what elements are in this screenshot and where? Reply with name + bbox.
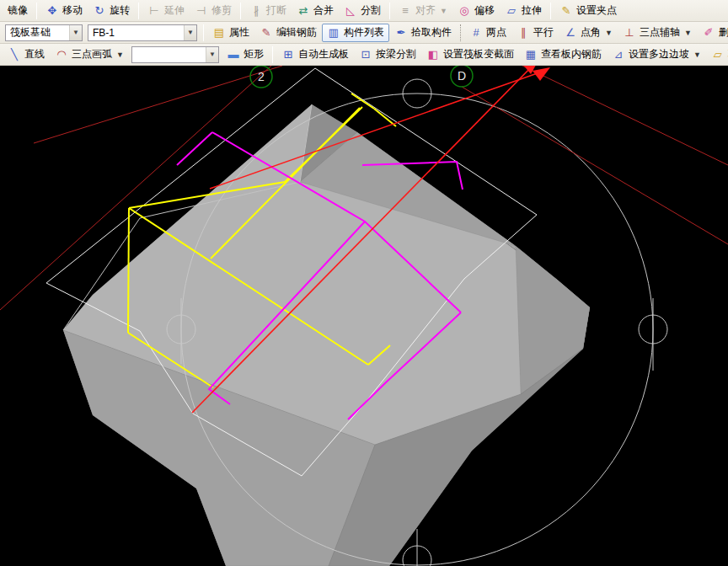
edit-rebar-icon: ✎ bbox=[260, 26, 273, 40]
slab-edge-yellow[interactable] bbox=[128, 208, 129, 333]
auto-generate-slab-label: 自动生成板 bbox=[298, 47, 349, 61]
break-icon: ∦ bbox=[249, 4, 263, 18]
offset-icon: ◎ bbox=[458, 4, 471, 18]
rectangle-label: 矩形 bbox=[244, 47, 264, 61]
merge-button[interactable]: ⇄合并 bbox=[292, 2, 339, 20]
stretch-label: 拉伸 bbox=[522, 3, 542, 18]
mirror-button[interactable]: 镜像 bbox=[3, 2, 33, 20]
arc-mode-select[interactable]: ▼ bbox=[131, 46, 219, 63]
extend-icon: ⊢ bbox=[147, 4, 161, 18]
line-label: 直线 bbox=[24, 47, 45, 61]
properties-button[interactable]: ▤属性 bbox=[207, 24, 254, 42]
align-icon: ≡ bbox=[399, 4, 412, 18]
set-polygon-slope-button[interactable]: ⊿设置多边边坡▼ bbox=[607, 45, 706, 64]
align-dropdown-icon[interactable]: ▼ bbox=[440, 7, 447, 15]
three-point-aux-axis-label: 三点辅轴 bbox=[640, 25, 680, 40]
element-name-select[interactable]: FB-1▼ bbox=[88, 24, 197, 41]
view-slab-rebar-button[interactable]: ▦查看板内钢筋 bbox=[519, 45, 607, 64]
split-by-beam-button[interactable]: ⊡按梁分割 bbox=[354, 45, 421, 64]
cancel-all-slopes-icon: ▱ bbox=[711, 48, 725, 61]
rotate-button[interactable]: ↻旋转 bbox=[88, 2, 135, 20]
auto-generate-slab-icon: ⊞ bbox=[281, 48, 295, 61]
properties-icon: ▤ bbox=[212, 26, 226, 40]
two-points-label: 两点 bbox=[486, 25, 506, 40]
arc-mode-select-dropdown-icon[interactable]: ▼ bbox=[206, 47, 218, 62]
toolbar-separator bbox=[550, 3, 551, 19]
toolbar-separator bbox=[460, 24, 461, 41]
scene-3d-raft: 2D bbox=[0, 66, 728, 566]
application-window: 镜像✥移动↻旋转⊢延伸⊣修剪∦打断⇄合并◺分割≡对齐▼◎偏移▱拉伸✎设置夹点 筏… bbox=[0, 0, 728, 566]
move-button[interactable]: ✥移动 bbox=[40, 2, 88, 20]
three-point-aux-axis-button[interactable]: ⊥三点辅轴▼ bbox=[618, 24, 697, 42]
trim-label: 修剪 bbox=[211, 3, 232, 18]
set-grips-button[interactable]: ✎设置夹点 bbox=[554, 2, 622, 20]
axis-bubble-2-label: 2 bbox=[258, 70, 265, 83]
element-type-select-dropdown-icon[interactable]: ▼ bbox=[69, 25, 82, 40]
two-points-icon: # bbox=[469, 26, 483, 40]
split-by-beam-icon: ⊡ bbox=[359, 48, 372, 61]
align-label: 对齐 bbox=[415, 3, 436, 18]
extend-button: ⊢延伸 bbox=[142, 2, 190, 20]
three-point-aux-axis-dropdown-icon[interactable]: ▼ bbox=[684, 29, 692, 37]
three-point-aux-axis-icon: ⊥ bbox=[623, 26, 636, 40]
split-icon: ◺ bbox=[344, 4, 357, 18]
three-point-arc-label: 三点画弧 bbox=[72, 47, 112, 61]
toolbar-separator bbox=[36, 3, 37, 19]
set-raft-variable-section-button[interactable]: ◧设置筏板变截面 bbox=[421, 45, 519, 64]
three-point-arc-dropdown-icon[interactable]: ▼ bbox=[116, 51, 124, 59]
pick-component-button[interactable]: ✒拾取构件 bbox=[389, 24, 457, 42]
rectangle-button[interactable]: ▬矩形 bbox=[222, 45, 269, 64]
split-button[interactable]: ◺分割 bbox=[339, 2, 386, 20]
toolbar-separator bbox=[138, 3, 139, 19]
toolbar-separator bbox=[240, 3, 241, 19]
split-label: 分割 bbox=[361, 3, 381, 18]
stretch-button[interactable]: ▱拉伸 bbox=[500, 2, 547, 20]
delete-aux-axis-button[interactable]: ✐删除辅轴 bbox=[697, 24, 728, 42]
three-point-arc-button[interactable]: ◠三点画弧▼ bbox=[50, 45, 129, 64]
two-points-button[interactable]: #两点 bbox=[464, 24, 511, 42]
auto-generate-slab-button[interactable]: ⊞自动生成板 bbox=[276, 45, 354, 64]
parallel-button[interactable]: ∥平行 bbox=[511, 24, 559, 42]
mirror-label: 镜像 bbox=[8, 3, 28, 18]
extend-label: 延伸 bbox=[164, 3, 185, 18]
merge-label: 合并 bbox=[313, 3, 334, 18]
edit-rebar-button[interactable]: ✎编辑钢筋 bbox=[254, 24, 322, 42]
toolbar-component: 筏板基础▼FB-1▼▤属性✎编辑钢筋▥构件列表✒拾取构件#两点∥平行∠点角▼⊥三… bbox=[0, 22, 728, 44]
pick-component-label: 拾取构件 bbox=[411, 25, 452, 40]
toolbar-separator bbox=[272, 46, 273, 63]
viewport-3d-canvas[interactable]: 2D bbox=[0, 66, 728, 566]
component-list-label: 构件列表 bbox=[344, 25, 384, 40]
slab-edge-magenta[interactable] bbox=[177, 132, 212, 165]
point-angle-icon: ∠ bbox=[564, 26, 577, 40]
element-type-select-value: 筏板基础 bbox=[6, 25, 69, 40]
trim-button: ⊣修剪 bbox=[190, 2, 237, 20]
axis-line-red bbox=[34, 66, 282, 143]
parallel-icon: ∥ bbox=[517, 26, 530, 40]
three-point-arc-icon: ◠ bbox=[55, 48, 68, 61]
cancel-all-slopes-button[interactable]: ▱取消所有边坡▼ bbox=[706, 45, 728, 64]
line-icon: ╲ bbox=[8, 48, 21, 61]
point-angle-label: 点角 bbox=[581, 25, 601, 40]
element-name-select-dropdown-icon[interactable]: ▼ bbox=[184, 25, 196, 40]
axis-line-red bbox=[462, 87, 728, 244]
move-icon: ✥ bbox=[46, 4, 59, 18]
axis-line-red bbox=[522, 66, 728, 165]
offset-button[interactable]: ◎偏移 bbox=[452, 2, 500, 20]
toolbar-separator bbox=[203, 24, 204, 41]
slab-edge-yellow[interactable] bbox=[351, 93, 374, 109]
toolbar-separator bbox=[389, 3, 390, 19]
point-angle-dropdown-icon[interactable]: ▼ bbox=[605, 29, 613, 37]
merge-icon: ⇄ bbox=[297, 4, 310, 18]
pick-component-icon: ✒ bbox=[394, 26, 408, 40]
break-label: 打断 bbox=[266, 3, 286, 18]
element-type-select[interactable]: 筏板基础▼ bbox=[5, 24, 83, 41]
set-polygon-slope-icon: ⊿ bbox=[612, 48, 625, 61]
annotation-arrowhead bbox=[533, 67, 550, 81]
split-by-beam-label: 按梁分割 bbox=[376, 47, 416, 61]
component-list-button[interactable]: ▥构件列表 bbox=[322, 24, 389, 42]
view-slab-rebar-icon: ▦ bbox=[524, 48, 538, 61]
axis-bubble-d-label: D bbox=[458, 69, 466, 83]
set-polygon-slope-dropdown-icon[interactable]: ▼ bbox=[693, 51, 701, 59]
point-angle-button[interactable]: ∠点角▼ bbox=[559, 24, 618, 42]
line-button[interactable]: ╲直线 bbox=[3, 45, 50, 64]
